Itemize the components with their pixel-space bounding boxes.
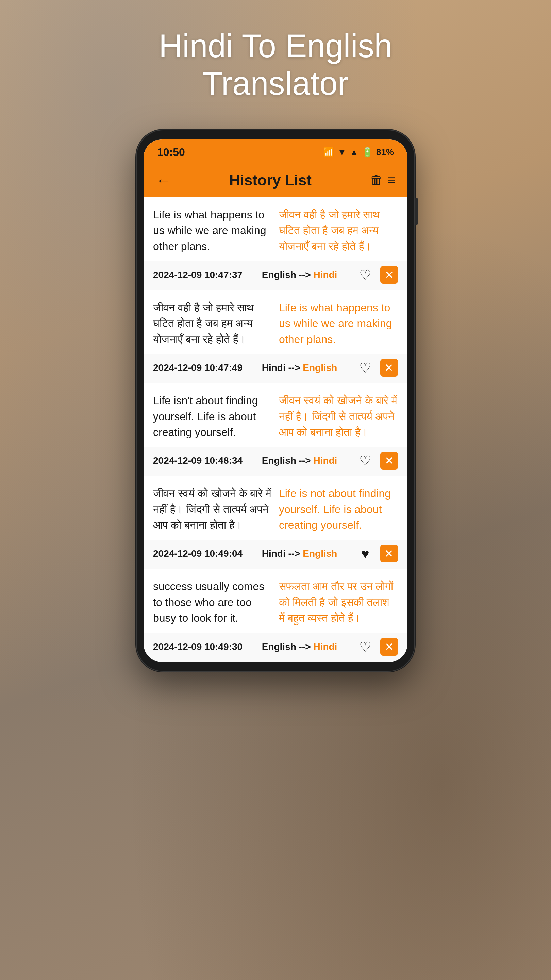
meta-middle: English --> Hindi [262,269,337,280]
translation-date: 2024-12-09 10:49:04 [153,548,243,559]
history-item: success usually comes to those who are t… [143,569,408,662]
status-bar: 10:50 📶 ▼ ▲ 🔋 81% [143,139,408,164]
meta-middle: Hindi --> English [262,363,337,373]
signal-icon: ▲ [349,147,359,158]
history-list: Life is what happens to us while we are … [143,197,408,662]
source-text: success usually comes to those who are t… [153,579,272,626]
action-icons: ♥ ✕ [356,545,398,563]
source-text: Life is what happens to us while we are … [153,207,272,254]
phone-screen: 10:50 📶 ▼ ▲ 🔋 81% ← History List 🗑 ≡ [143,139,408,662]
history-item: जीवन वही है जो हमारे साथ घटित होता है जब… [143,290,408,383]
translation-date: 2024-12-09 10:47:49 [153,363,243,373]
delete-all-button[interactable]: 🗑 [370,173,383,188]
wifi-icon: ▼ [337,147,346,158]
action-icons: ♡ ✕ [356,359,398,377]
translated-text: सफलता आम तौर पर उन लोगों को मिलती है जो … [279,579,398,626]
action-icons: ♡ ✕ [356,638,398,656]
translated-text: Life is what happens to us while we are … [279,300,398,347]
app-header: ← History List 🗑 ≡ [143,164,408,197]
delete-button[interactable]: ✕ [380,452,398,469]
translated-text: जीवन स्वयं को खोजने के बारे में नहीं है।… [279,393,398,440]
history-item: Life is what happens to us while we are … [143,197,408,290]
translation-date: 2024-12-09 10:47:37 [153,269,243,280]
meta-row: 2024-12-09 10:47:37 English --> Hindi ♡ … [143,261,408,290]
translated-text: जीवन वही है जो हमारे साथ घटित होता है जब… [279,207,398,254]
battery-percent: 81% [376,147,394,158]
meta-row: 2024-12-09 10:49:30 English --> Hindi ♡ … [143,633,408,662]
meta-middle: Hindi --> English [262,548,337,559]
header-title: History List [229,172,311,189]
header-actions: 🗑 ≡ [370,173,395,188]
delete-button[interactable]: ✕ [380,545,398,563]
translation-date: 2024-12-09 10:48:34 [153,455,243,466]
list-options-button[interactable]: ≡ [388,173,395,188]
status-time: 10:50 [157,146,185,159]
page-title: Hindi To English Translator [159,27,392,102]
favorite-button[interactable]: ♡ [356,266,374,284]
translation-direction: Hindi --> English [262,548,337,559]
action-icons: ♡ ✕ [356,266,398,284]
delete-button[interactable]: ✕ [380,359,398,377]
back-button[interactable]: ← [156,172,171,189]
translated-text: Life is not about finding yourself. Life… [279,485,398,533]
source-text: Life isn't about finding yourself. Life … [153,393,272,440]
translation-direction: English --> Hindi [262,269,337,280]
history-item: Life isn't about finding yourself. Life … [143,383,408,476]
call-icon: 📶 [323,147,334,158]
translation-date: 2024-12-09 10:49:30 [153,641,243,652]
status-icons: 📶 ▼ ▲ 🔋 81% [323,147,394,158]
delete-button[interactable]: ✕ [380,638,398,656]
meta-middle: English --> Hindi [262,641,337,652]
delete-button[interactable]: ✕ [380,266,398,284]
translation-row: Life is what happens to us while we are … [143,197,408,261]
meta-row: 2024-12-09 10:48:34 English --> Hindi ♡ … [143,447,408,476]
translation-row: जीवन वही है जो हमारे साथ घटित होता है जब… [143,290,408,354]
battery-icon: 🔋 [362,147,373,158]
favorite-button[interactable]: ♥ [356,545,374,563]
translation-row: Life isn't about finding yourself. Life … [143,383,408,447]
source-text: जीवन वही है जो हमारे साथ घटित होता है जब… [153,300,272,347]
meta-row: 2024-12-09 10:47:49 Hindi --> English ♡ … [143,354,408,383]
phone-shell: 10:50 📶 ▼ ▲ 🔋 81% ← History List 🗑 ≡ [136,130,415,672]
translation-direction: English --> Hindi [262,455,337,466]
meta-middle: English --> Hindi [262,455,337,466]
phone-device: 10:50 📶 ▼ ▲ 🔋 81% ← History List 🗑 ≡ [136,130,415,672]
translation-row: जीवन स्वयं को खोजने के बारे में नहीं है।… [143,476,408,540]
translation-direction: Hindi --> English [262,363,337,373]
favorite-button[interactable]: ♡ [356,359,374,377]
history-item: जीवन स्वयं को खोजने के बारे में नहीं है।… [143,476,408,569]
translation-direction: English --> Hindi [262,641,337,652]
favorite-button[interactable]: ♡ [356,638,374,656]
favorite-button[interactable]: ♡ [356,452,374,469]
translation-row: success usually comes to those who are t… [143,569,408,633]
source-text: जीवन स्वयं को खोजने के बारे में नहीं है।… [153,485,272,533]
meta-row: 2024-12-09 10:49:04 Hindi --> English ♥ … [143,540,408,569]
action-icons: ♡ ✕ [356,452,398,469]
